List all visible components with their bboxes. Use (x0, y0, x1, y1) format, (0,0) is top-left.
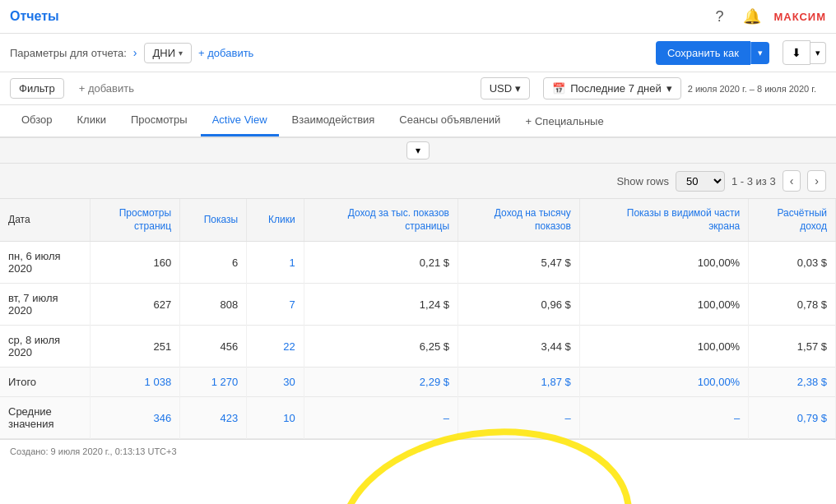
header-date[interactable]: Дата (0, 199, 90, 242)
add-dimension-link[interactable]: + добавить (198, 47, 253, 59)
date-range-button[interactable]: 📅 Последние 7 дней ▾ (543, 77, 681, 99)
cell-shows-1: 6 (180, 242, 247, 284)
currency-label: USD (490, 82, 512, 95)
save-btn-group: Сохранить как ▾ (656, 41, 769, 65)
params-bar: Параметры для отчета: › ДНИ ▾ + добавить… (0, 34, 836, 72)
cell-avg-label: Средниезначения (0, 397, 90, 439)
tabs-bar: Обзор Клики Просмотры Active View Взаимо… (0, 105, 836, 138)
total-row: Итого 1 038 1 270 30 2,29 $ 1,87 $ 100,0… (0, 368, 836, 397)
cell-visible-2: 100,00% (579, 284, 748, 326)
cell-clicks-2[interactable]: 7 (247, 284, 304, 326)
top-bar-icons: ? 🔔 МАКСИМ (708, 5, 826, 28)
notifications-icon[interactable]: 🔔 (741, 5, 764, 28)
filter-bar: Фильтр USD ▾ 📅 Последние 7 дней ▾ 2 июля… (0, 72, 836, 105)
table-row: пн, 6 июля2020 160 6 1 0,21 $ 5,47 $ 100… (0, 242, 836, 284)
calendar-icon: 📅 (552, 82, 565, 95)
filter-input[interactable] (71, 79, 277, 98)
plus-icon: + (525, 115, 532, 127)
save-arrow-button[interactable]: ▾ (750, 42, 769, 64)
date-range-arrow: ▾ (666, 82, 672, 95)
brand-logo: МАКСИМ (773, 11, 826, 23)
cell-rev-1k-3: 3,44 $ (458, 326, 580, 368)
cell-total-shows: 1 270 (180, 368, 247, 397)
table-row: ср, 8 июля2020 251 456 22 6,25 $ 3,44 $ … (0, 326, 836, 368)
cell-avg-shows: 423 (180, 397, 247, 439)
header-visible[interactable]: Показы в видимой частиэкрана (579, 199, 748, 242)
filter-tag[interactable]: Фильтр (10, 78, 64, 99)
footer-bar: Создано: 9 июля 2020 г., 0:13:13 UTC+3 (0, 439, 836, 463)
tab-interactions[interactable]: Взаимодействия (281, 105, 387, 136)
cell-avg-rev-page: – (304, 397, 457, 439)
download-button[interactable]: ⬇ (783, 40, 810, 65)
header-page-views[interactable]: Просмотрыстраниц (90, 199, 180, 242)
tab-overview[interactable]: Обзор (10, 105, 64, 136)
cell-date-3: ср, 8 июля2020 (0, 326, 90, 368)
cell-rev-1k-1: 5,47 $ (458, 242, 580, 284)
pagination-next[interactable]: › (807, 170, 826, 192)
table-area: Дата Просмотрыстраниц Показы Клики Доход… (0, 199, 836, 439)
cell-total-rev-1k: 1,87 $ (458, 368, 580, 397)
cell-clicks-1[interactable]: 1 (247, 242, 304, 284)
cell-rev-page-1: 0,21 $ (304, 242, 457, 284)
tab-special[interactable]: + Специальные (513, 107, 615, 136)
data-table: Дата Просмотрыстраниц Показы Клики Доход… (0, 199, 836, 439)
dimension-dropdown[interactable]: ДНИ ▾ (144, 43, 193, 63)
dimension-label: ДНИ (153, 47, 176, 59)
currency-arrow: ▾ (515, 82, 521, 95)
cell-clicks-3[interactable]: 22 (247, 326, 304, 368)
breadcrumb-chevron: › (133, 46, 137, 59)
cell-rev-page-2: 1,24 $ (304, 284, 457, 326)
params-label: Параметры для отчета: (10, 47, 127, 59)
cell-avg-rev-1k: – (458, 397, 580, 439)
header-rev-per-1k-page[interactable]: Доход за тыс. показовстраницы (304, 199, 457, 242)
download-btn-group: ⬇ ▾ (783, 40, 826, 65)
pagination-info: 1 - 3 из 3 (732, 175, 776, 187)
tab-ad-sessions[interactable]: Сеансы объявлений (388, 105, 512, 136)
cell-est-rev-1: 0,03 $ (749, 242, 836, 284)
cell-visible-3: 100,00% (579, 326, 748, 368)
cell-views-1: 160 (90, 242, 180, 284)
cell-total-visible: 100,00% (579, 368, 748, 397)
cell-views-2: 627 (90, 284, 180, 326)
download-arrow-button[interactable]: ▾ (810, 42, 826, 64)
header-rev-per-1k[interactable]: Доход на тысячупоказов (458, 199, 580, 242)
cell-views-3: 251 (90, 326, 180, 368)
help-icon[interactable]: ? (708, 5, 731, 28)
pagination-prev[interactable]: ‹ (783, 170, 801, 192)
cell-total-clicks: 30 (247, 368, 304, 397)
cell-total-est-rev: 2,38 $ (749, 368, 836, 397)
currency-dropdown[interactable]: USD ▾ (481, 77, 530, 99)
cell-shows-2: 808 (180, 284, 247, 326)
tab-views[interactable]: Просмотры (119, 105, 199, 136)
top-bar: Отчеты ? 🔔 МАКСИМ (0, 0, 836, 34)
tab-active-view[interactable]: Active View (201, 105, 279, 136)
app-title: Отчеты (10, 9, 59, 24)
header-clicks[interactable]: Клики (247, 199, 304, 242)
table-controls: Show rows 50 25 100 1 - 3 из 3 ‹ › (0, 164, 836, 199)
tab-clicks[interactable]: Клики (66, 105, 118, 136)
show-rows-select[interactable]: 50 25 100 (676, 171, 725, 192)
date-range-sub: 2 июля 2020 г. – 8 июля 2020 г. (688, 84, 816, 94)
cell-rev-1k-2: 0,96 $ (458, 284, 580, 326)
header-shows[interactable]: Показы (180, 199, 247, 242)
collapse-btn-area: ▾ (0, 138, 836, 164)
tab-special-label: Специальные (535, 115, 604, 127)
cell-avg-clicks: 10 (247, 397, 304, 439)
avg-row: Средниезначения 346 423 10 – – – 0,79 $ (0, 397, 836, 439)
cell-avg-views: 346 (90, 397, 180, 439)
header-est-revenue[interactable]: Расчётныйдоход (749, 199, 836, 242)
date-range-label: Последние 7 дней (570, 82, 662, 95)
table-row: вт, 7 июля2020 627 808 7 1,24 $ 0,96 $ 1… (0, 284, 836, 326)
cell-total-views: 1 038 (90, 368, 180, 397)
cell-shows-3: 456 (180, 326, 247, 368)
dimension-arrow: ▾ (179, 49, 183, 58)
collapse-button[interactable]: ▾ (406, 141, 430, 160)
show-rows-label: Show rows (616, 175, 669, 187)
cell-est-rev-3: 1,57 $ (749, 326, 836, 368)
cell-total-rev-page: 2,29 $ (304, 368, 457, 397)
cell-total-label: Итого (0, 368, 90, 397)
cell-visible-1: 100,00% (579, 242, 748, 284)
cell-avg-visible: – (579, 397, 748, 439)
table-header-row: Дата Просмотрыстраниц Показы Клики Доход… (0, 199, 836, 242)
save-button[interactable]: Сохранить как (656, 41, 750, 65)
